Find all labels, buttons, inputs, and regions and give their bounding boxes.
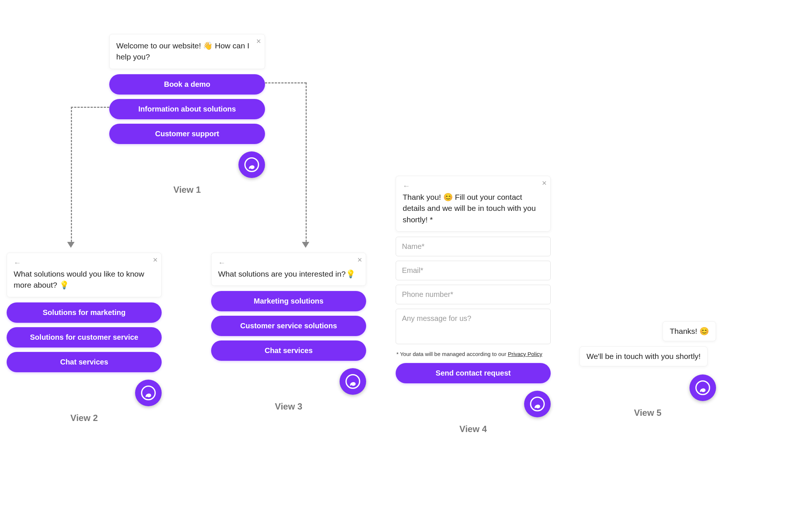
view-1-label: View 1 (109, 185, 265, 195)
view-3-label: View 3 (211, 401, 366, 412)
send-contact-request-button[interactable]: Send contact request (396, 363, 551, 383)
chat-fab[interactable] (689, 374, 716, 401)
connector-view1-to-view2-arrow (67, 242, 75, 248)
connector-view1-to-view2-horizontal (71, 107, 109, 108)
chat-fab[interactable] (238, 151, 265, 178)
privacy-policy-link[interactable]: Privacy Policy (508, 351, 542, 357)
name-field[interactable] (396, 237, 551, 256)
view-2-message-card: ← × What solutions would you like to kno… (7, 253, 162, 297)
view-4-message: Thank you! 😊 Fill out your contact detai… (403, 192, 544, 225)
svg-point-1 (142, 386, 155, 400)
view-3-message-card: ← × What solutions are you interested in… (211, 253, 366, 286)
view-1-button-book-demo[interactable]: Book a demo (109, 74, 265, 95)
view-3-button-marketing[interactable]: Marketing solutions (211, 291, 366, 311)
view-5-label: View 5 (579, 408, 716, 418)
connector-view1-to-view3-arrow (302, 242, 309, 248)
view-3-message: What solutions are you interested in?💡 (218, 268, 359, 280)
view-3-button-chat-services[interactable]: Chat services (211, 340, 366, 361)
view-4-message-card: ← × Thank you! 😊 Fill out your contact d… (396, 176, 551, 232)
chat-fab[interactable] (135, 380, 162, 406)
view-2-button-customer-service[interactable]: Solutions for customer service (7, 327, 162, 347)
chat-icon (244, 157, 259, 172)
view-3-panel: ← × What solutions are you interested in… (211, 253, 366, 412)
privacy-note: * Your data will be managed according to… (396, 351, 551, 357)
connector-view1-to-view3-horizontal (265, 82, 306, 83)
view-1-message: Welcome to our website! 👋 How can I help… (116, 40, 258, 63)
chat-fab[interactable] (524, 391, 551, 417)
view-4-label: View 4 (396, 424, 551, 434)
view-3-button-customer-service[interactable]: Customer service solutions (211, 316, 366, 336)
view-2-message: What solutions would you like to know mo… (14, 268, 155, 291)
back-arrow-icon[interactable]: ← (218, 259, 359, 266)
phone-field[interactable] (396, 285, 551, 304)
connector-view1-to-view2-vertical (71, 107, 72, 242)
chat-icon (141, 386, 156, 400)
chat-icon (345, 374, 360, 389)
message-field[interactable] (396, 309, 551, 344)
view-5-user-bubble: Thanks! 😊 (663, 321, 716, 341)
back-arrow-icon[interactable]: ← (14, 259, 155, 266)
view-2-panel: ← × What solutions would you like to kno… (7, 253, 162, 423)
view-1-panel: × Welcome to our website! 👋 How can I he… (109, 34, 265, 195)
close-icon[interactable]: × (256, 37, 261, 45)
chat-fab[interactable] (340, 368, 366, 395)
privacy-note-text: * Your data will be managed according to… (396, 351, 508, 357)
close-icon[interactable]: × (153, 256, 158, 264)
connector-view1-to-view3-vertical (306, 82, 307, 242)
view-4-panel: ← × Thank you! 😊 Fill out your contact d… (396, 176, 551, 434)
chat-icon (530, 397, 545, 411)
view-1-message-card: × Welcome to our website! 👋 How can I he… (109, 34, 265, 69)
back-arrow-icon[interactable]: ← (403, 182, 544, 189)
svg-point-4 (696, 381, 710, 395)
email-field[interactable] (396, 261, 551, 280)
view-5-bot-bubble: We'll be in touch with you shortly! (579, 346, 708, 366)
svg-point-3 (531, 397, 544, 411)
view-1-button-info-solutions[interactable]: Information about solutions (109, 99, 265, 119)
view-2-label: View 2 (7, 413, 162, 423)
view-1-button-customer-support[interactable]: Customer support (109, 124, 265, 144)
view-5-panel: Thanks! 😊 We'll be in touch with you sho… (579, 321, 716, 418)
chat-icon (695, 380, 710, 395)
close-icon[interactable]: × (542, 179, 547, 187)
view-2-button-marketing[interactable]: Solutions for marketing (7, 302, 162, 323)
close-icon[interactable]: × (357, 256, 362, 264)
svg-point-0 (245, 158, 259, 172)
view-2-button-chat-services[interactable]: Chat services (7, 352, 162, 372)
svg-point-2 (346, 375, 360, 388)
